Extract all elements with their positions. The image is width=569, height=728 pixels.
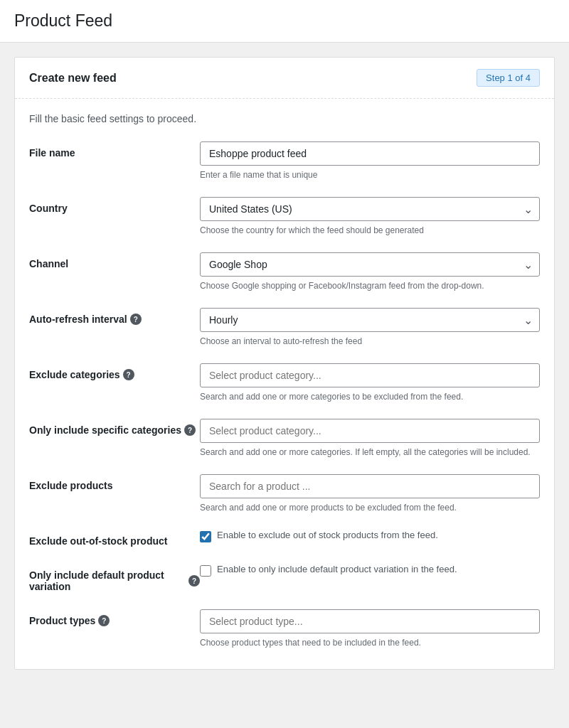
include-categories-input[interactable]: [200, 419, 540, 443]
country-row: Country United States (US) United Kingdo…: [29, 197, 540, 235]
channel-row: Channel Google Shop Facebook/Instagram ⌄…: [29, 252, 540, 291]
file-name-input-col: Enter a file name that is unique: [200, 141, 540, 180]
exclude-out-of-stock-hint: Enable to exclude out of stock products …: [217, 530, 438, 540]
channel-input-col: Google Shop Facebook/Instagram ⌄ Choose …: [200, 252, 540, 291]
exclude-categories-row: Exclude categories ? Search and add one …: [29, 363, 540, 402]
file-name-hint: Enter a file name that is unique: [200, 170, 540, 180]
exclude-products-input[interactable]: [200, 474, 540, 498]
auto-refresh-help-icon[interactable]: ?: [130, 314, 142, 325]
exclude-products-row: Exclude products Search and add one or m…: [29, 474, 540, 513]
intro-text: Fill the basic feed settings to proceed.: [29, 113, 540, 124]
page-header: Product Feed: [0, 0, 569, 43]
exclude-categories-input-col: Search and add one or more categories to…: [200, 363, 540, 402]
exclude-categories-help-icon[interactable]: ?: [123, 369, 134, 380]
channel-label-col: Channel: [29, 252, 200, 269]
product-types-row: Product types ? Choose product types tha…: [29, 609, 540, 648]
default-variation-hint: Enable to only include default product v…: [217, 564, 457, 574]
exclude-out-of-stock-input-col: Enable to exclude out of stock products …: [200, 530, 540, 542]
include-categories-row: Only include specific categories ? Searc…: [29, 419, 540, 457]
card-header-title: Create new feed: [29, 72, 117, 85]
file-name-label-col: File name: [29, 141, 200, 159]
country-label: Country: [29, 203, 200, 214]
default-variation-input-col: Enable to only include default product v…: [200, 564, 540, 577]
channel-select-wrapper: Google Shop Facebook/Instagram ⌄: [200, 252, 540, 277]
main-content: Create new feed Step 1 of 4 Fill the bas…: [0, 43, 569, 684]
exclude-products-input-col: Search and add one or more products to b…: [200, 474, 540, 513]
exclude-out-of-stock-checkbox[interactable]: [200, 531, 211, 542]
default-variation-help-icon[interactable]: ?: [188, 575, 200, 587]
country-label-col: Country: [29, 197, 200, 214]
country-select[interactable]: United States (US) United Kingdom (UK) C…: [200, 197, 540, 221]
include-categories-help-icon[interactable]: ?: [184, 424, 196, 436]
exclude-out-of-stock-checkbox-row: Enable to exclude out of stock products …: [200, 530, 540, 542]
channel-select[interactable]: Google Shop Facebook/Instagram: [200, 252, 540, 277]
include-categories-hint: Search and add one or more categories. I…: [200, 447, 540, 457]
auto-refresh-input-col: Hourly Daily Weekly ⌄ Choose an interval…: [200, 308, 540, 346]
exclude-out-of-stock-label-col: Exclude out-of-stock product: [29, 530, 200, 547]
product-types-input-col: Choose product types that need to be inc…: [200, 609, 540, 648]
page-title: Product Feed: [14, 11, 555, 31]
auto-refresh-label-col: Auto-refresh interval ?: [29, 308, 200, 325]
step-badge: Step 1 of 4: [477, 69, 540, 87]
product-types-label: Product types ?: [29, 615, 200, 626]
country-hint: Choose the country for which the feed sh…: [200, 225, 540, 235]
default-variation-checkbox-row: Enable to only include default product v…: [200, 564, 540, 577]
exclude-categories-label-col: Exclude categories ?: [29, 363, 200, 380]
include-categories-label: Only include specific categories ?: [29, 424, 200, 436]
product-types-help-icon[interactable]: ?: [98, 615, 110, 626]
default-variation-checkbox[interactable]: [200, 565, 211, 577]
product-types-label-col: Product types ?: [29, 609, 200, 626]
exclude-categories-hint: Search and add one or more categories to…: [200, 392, 540, 402]
default-variation-label: Only include default product variation ?: [29, 569, 200, 592]
card-body: Fill the basic feed settings to proceed.…: [15, 99, 554, 669]
channel-hint: Choose Google shopping or Facebook/Insta…: [200, 281, 540, 291]
file-name-row: File name Enter a file name that is uniq…: [29, 141, 540, 180]
file-name-input[interactable]: [200, 141, 540, 166]
exclude-out-of-stock-label: Exclude out-of-stock product: [29, 535, 200, 547]
exclude-categories-label: Exclude categories ?: [29, 369, 200, 380]
auto-refresh-hint: Choose an interval to auto-refresh the f…: [200, 336, 540, 346]
country-select-wrapper: United States (US) United Kingdom (UK) C…: [200, 197, 540, 221]
product-types-hint: Choose product types that need to be inc…: [200, 638, 540, 648]
exclude-products-label-col: Exclude products: [29, 474, 200, 491]
exclude-products-hint: Search and add one or more products to b…: [200, 503, 540, 513]
channel-label: Channel: [29, 258, 200, 269]
include-categories-input-col: Search and add one or more categories. I…: [200, 419, 540, 457]
exclude-out-of-stock-row: Exclude out-of-stock product Enable to e…: [29, 530, 540, 547]
product-types-input[interactable]: [200, 609, 540, 633]
auto-refresh-row: Auto-refresh interval ? Hourly Daily Wee…: [29, 308, 540, 346]
auto-refresh-select[interactable]: Hourly Daily Weekly: [200, 308, 540, 332]
exclude-categories-input[interactable]: [200, 363, 540, 387]
auto-refresh-label: Auto-refresh interval ?: [29, 314, 200, 325]
create-feed-card: Create new feed Step 1 of 4 Fill the bas…: [14, 57, 555, 670]
auto-refresh-select-wrapper: Hourly Daily Weekly ⌄: [200, 308, 540, 332]
include-categories-label-col: Only include specific categories ?: [29, 419, 200, 436]
country-input-col: United States (US) United Kingdom (UK) C…: [200, 197, 540, 235]
file-name-label: File name: [29, 147, 200, 159]
default-variation-label-col: Only include default product variation ?: [29, 564, 200, 592]
card-header: Create new feed Step 1 of 4: [15, 58, 554, 99]
default-variation-row: Only include default product variation ?…: [29, 564, 540, 592]
exclude-products-label: Exclude products: [29, 480, 200, 491]
